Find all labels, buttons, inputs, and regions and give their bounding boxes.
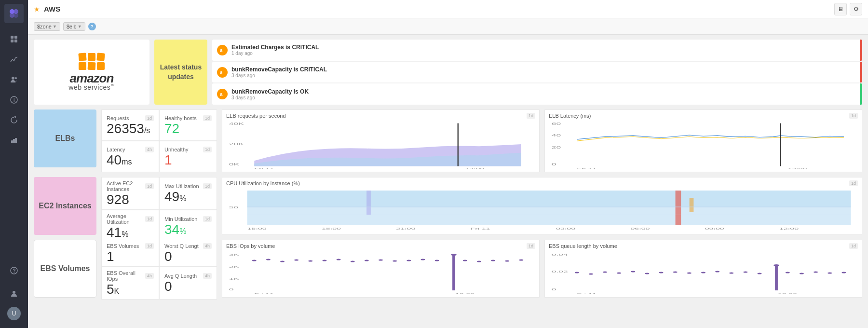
elb-filter[interactable]: $elb ▼ (63, 22, 85, 31)
svg-point-91 (729, 273, 733, 274)
svg-point-9 (15, 77, 17, 79)
svg-text:60: 60 (552, 122, 561, 126)
svg-point-93 (758, 273, 762, 274)
elb-latency-chart: ELB Latency (ms) 1d 60 40 20 0 (544, 109, 862, 172)
svg-point-98 (814, 272, 818, 273)
favorite-star[interactable]: ★ (34, 5, 40, 13)
svg-text:06:00: 06:00 (630, 227, 650, 230)
svg-point-89 (701, 272, 705, 273)
app-logo[interactable] (4, 4, 24, 23)
svg-rect-14 (15, 138, 17, 143)
info-nav-icon[interactable]: i (5, 91, 23, 109)
svg-text:3K: 3K (229, 253, 240, 256)
ec2-max-util-value: 49% (164, 190, 212, 204)
monitor-button[interactable]: 🖥 (834, 3, 847, 15)
ebs-avg-q-box: Avg Q Length 4h 0 (159, 267, 217, 300)
user-avatar[interactable]: U (7, 307, 21, 320)
svg-text:40: 40 (552, 134, 561, 137)
svg-text:a: a (220, 70, 223, 75)
svg-text:Fri 11: Fri 11 (254, 293, 274, 294)
status-updates: a Estimated Charges is CRITICAL 1 day ag… (212, 40, 862, 105)
svg-text:50: 50 (229, 205, 238, 209)
elb-requests-period: 1d (145, 115, 154, 121)
svg-text:Fri 11: Fri 11 (577, 167, 597, 169)
svg-rect-36 (676, 191, 681, 225)
svg-text:18:00: 18:00 (322, 227, 341, 230)
ec2-cpu-chart: CPU Utilization by instance (%) 1d (222, 177, 862, 235)
svg-point-66 (421, 259, 425, 260)
svg-text:1K: 1K (229, 277, 240, 280)
elb-rps-chart: ELB requests per second 1d 40K 20K 0K (222, 109, 540, 172)
svg-rect-40 (247, 215, 851, 215)
dashboard-nav-icon[interactable] (5, 30, 23, 48)
metrics-nav-icon[interactable] (5, 51, 23, 68)
ebs-volumes-value: 1 (107, 250, 154, 263)
status-item-1[interactable]: a bunkRemoveCapacity is CRITICAL 3 days … (212, 62, 862, 83)
refresh-nav-icon[interactable] (5, 111, 23, 129)
ec2-active-label: Active EC2 Instances (107, 180, 145, 192)
svg-text:2K: 2K (229, 265, 240, 268)
elb-requests-value: 26353/s (107, 122, 154, 136)
ec2-max-util-period: 1d (203, 183, 212, 189)
status-title-1: bunkRemoveCapacity is CRITICAL (231, 66, 855, 73)
ec2-min-util-box: Min Utilization 1d 34% (159, 210, 217, 243)
status-item-2[interactable]: a bunkRemoveCapacity is OK 3 days ago (212, 83, 862, 105)
top-row: amazon web services™ Latest status updat… (34, 40, 862, 105)
status-text-1: bunkRemoveCapacity is CRITICAL 3 days ag… (231, 66, 855, 78)
svg-point-69 (451, 254, 457, 256)
ec2-active-value: 928 (107, 193, 154, 206)
elb-latency-label: Latency (107, 147, 125, 152)
ec2-cpu-chart-period: 1d (849, 180, 858, 186)
svg-point-67 (435, 260, 439, 261)
svg-rect-12 (11, 140, 13, 143)
help-nav-icon[interactable]: ? (5, 262, 23, 279)
main-content: ★ AWS 🖥 ⚙ $zone ▼ $elb ▼ ? (28, 0, 868, 328)
ebs-overall-iops-label: EBS Overall IOps (107, 270, 145, 282)
svg-point-81 (589, 273, 593, 275)
ebs-avg-q-label: Avg Q Length (164, 273, 197, 279)
svg-text:21:00: 21:00 (396, 227, 416, 230)
svg-text:0.04: 0.04 (552, 253, 568, 256)
elb-unhealthy-value: 1 (164, 153, 212, 167)
svg-point-96 (786, 272, 790, 273)
filter-help-icon[interactable]: ? (88, 23, 96, 30)
svg-point-85 (645, 273, 650, 274)
elb-row: ELBs Requests 1d 26353/s (34, 109, 862, 172)
svg-point-62 (365, 260, 369, 261)
elb-latency-chart-title: ELB Latency (ms) (549, 113, 591, 119)
ec2-cpu-chart-title: CPU Utilization by instance (%) (226, 180, 300, 186)
svg-text:12:00: 12:00 (787, 167, 807, 169)
svg-rect-38 (366, 191, 371, 215)
ebs-iops-chart-area: 3K 2K 1K 0 (226, 251, 535, 294)
svg-point-99 (827, 273, 832, 274)
elb-latency-box: Latency 4h 40ms (101, 141, 159, 172)
latest-status-card: Latest status updates (154, 40, 207, 105)
team-nav-icon[interactable] (5, 132, 23, 149)
svg-rect-37 (690, 198, 694, 212)
svg-text:?: ? (13, 268, 16, 273)
ec2-row: EC2 Instances Active EC2 Instances 1d 92… (34, 177, 862, 235)
elb-unhealthy-box: Unhealthy 1d 1 (159, 141, 217, 172)
status-item-0[interactable]: a Estimated Charges is CRITICAL 1 day ag… (212, 40, 862, 61)
svg-text:Fri 11: Fri 11 (254, 167, 274, 169)
svg-point-54 (252, 260, 257, 261)
aws-icon-1: a (217, 67, 228, 78)
ec2-active-period: 1d (145, 183, 154, 189)
ec2-cpu-chart-area: 50 15:00 18:00 21:00 Fri 11 03:00 06:00 … (226, 188, 858, 232)
elb-unhealthy-period: 1d (203, 147, 212, 152)
page-title: AWS (44, 5, 60, 13)
contacts-nav-icon[interactable] (5, 285, 23, 302)
users-nav-icon[interactable] (5, 71, 23, 88)
zone-filter[interactable]: $zone ▼ (34, 22, 60, 31)
settings-button[interactable]: ⚙ (850, 3, 862, 15)
svg-point-8 (12, 77, 14, 80)
ebs-row: EBS Volumes EBS Volumes 1d 1 Worst Q Len… (34, 240, 862, 298)
svg-text:0: 0 (552, 287, 556, 291)
ebs-overall-iops-period: 4h (145, 273, 154, 279)
elb-rps-chart-area: 40K 20K 0K Fri 11 12:00 (226, 121, 535, 169)
aws-icon-2: a (217, 89, 228, 99)
dashboard-content: amazon web services™ Latest status updat… (28, 35, 868, 328)
ebs-queue-chart-title: EBS queue length by volume (549, 243, 617, 249)
elb-latency-chart-area: 60 40 20 0 Fri 11 12:00 (549, 121, 858, 169)
elb-requests-label: Requests (107, 115, 129, 121)
